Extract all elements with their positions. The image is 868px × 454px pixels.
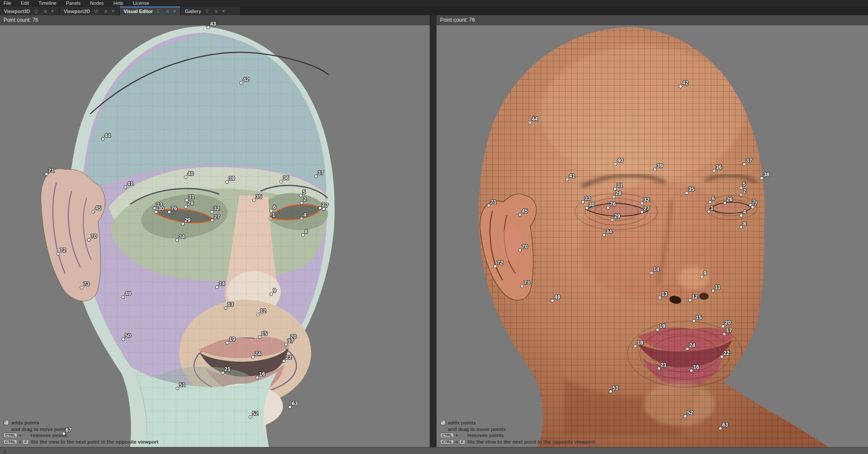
point-dot [566, 178, 569, 181]
point-label: 33 [585, 196, 591, 202]
point-label: 24 [255, 351, 261, 357]
help-overlay: adds points and drag to move points CTRL… [440, 420, 595, 445]
tab-visual-editor[interactable]: Visual EditorE≡× [120, 7, 180, 15]
point-dot [253, 199, 255, 202]
tab-menu-icon[interactable]: ≡ [166, 9, 169, 14]
point-dot [722, 325, 724, 328]
tab-gallery[interactable]: GalleryR≡× [181, 7, 240, 15]
point-dot [656, 328, 659, 331]
point-dot [216, 286, 218, 288]
point-dot [80, 286, 83, 289]
point-label: 44 [105, 133, 111, 139]
point-label: 19 [659, 323, 665, 329]
tab-close-icon[interactable]: × [51, 9, 54, 13]
point-label: 2 [743, 188, 746, 194]
point-label: 32 [214, 205, 220, 212]
point-label: 70 [91, 233, 97, 239]
point-dot [184, 205, 187, 208]
point-dot [176, 387, 179, 390]
point-label: 17 [726, 328, 732, 334]
point-label: 35 [256, 194, 262, 200]
point-label: 29 [614, 213, 620, 219]
tab-menu-icon[interactable]: ≡ [105, 9, 107, 14]
menu-item-nodes[interactable]: Nodes [85, 0, 109, 6]
help-remove-points: removes points [30, 433, 67, 438]
point-dot [693, 320, 695, 322]
point-label: 21 [661, 362, 667, 368]
point-label: 34 [606, 229, 612, 235]
status-bar[interactable] [0, 447, 868, 454]
menu-item-help[interactable]: Help [108, 0, 128, 6]
point-dot [634, 345, 637, 348]
point-label: 12 [260, 308, 266, 314]
point-dot [240, 82, 243, 84]
point-label: 14 [219, 281, 225, 287]
point-dot [153, 207, 156, 209]
point-label: 41 [127, 181, 133, 187]
point-dot [92, 210, 95, 213]
point-dot [740, 193, 743, 196]
menu-item-timeline[interactable]: Timeline [34, 0, 61, 6]
point-dot [690, 369, 693, 372]
point-dot [700, 275, 703, 278]
point-label: 6 [712, 196, 715, 202]
point-dot [723, 333, 726, 335]
point-dot [221, 371, 224, 374]
point-dot [686, 348, 689, 350]
menu-item-file[interactable]: File [0, 0, 16, 6]
point-dot [256, 376, 259, 379]
point-dot [315, 175, 317, 178]
tab-label: Viewport2D [64, 9, 90, 14]
tab-viewport2d[interactable]: Viewport2DW≡× [60, 7, 119, 15]
tab-menu-icon[interactable]: ≡ [44, 9, 46, 14]
ctrl-key: CTRL [440, 433, 454, 438]
mouse-left-button-icon [3, 426, 9, 432]
point-dot [124, 186, 127, 189]
point-dot [650, 272, 653, 274]
menu-item-license[interactable]: License [128, 0, 154, 6]
point-label: 71 [48, 168, 54, 174]
viewport-left[interactable]: Point count: 76 [0, 15, 430, 447]
menu-item-edit[interactable]: Edit [16, 0, 34, 6]
point-dot [270, 293, 273, 295]
tab-shortcut: R [205, 9, 208, 14]
point-dot [641, 202, 643, 205]
point-dot [679, 85, 682, 88]
mouse-left-button-icon [459, 433, 465, 438]
point-label: 39 [657, 163, 663, 169]
help-fit-view: fits the view to the next point in the o… [31, 439, 158, 444]
viewport-right[interactable]: Point count: 76 [437, 15, 868, 447]
point-dot [740, 226, 743, 229]
point-label: 30 [158, 205, 164, 212]
tab-viewport3d[interactable]: Viewport3DQ≡× [0, 7, 59, 15]
tab-close-icon[interactable]: × [173, 9, 176, 13]
tab-shortcut: Q [34, 9, 38, 14]
point-label: 34 [179, 234, 185, 240]
help-drag-points: and drag to move points [448, 427, 506, 432]
point-label: 28 [615, 190, 621, 196]
point-dot [684, 415, 687, 418]
scene-left[interactable]: adds points and drag to move points CTRL… [0, 25, 430, 447]
point-label: 18 [637, 340, 643, 346]
tab-close-icon[interactable]: × [112, 9, 115, 13]
point-label: 28 [187, 200, 194, 206]
point-dot [494, 265, 496, 268]
point-label: 11 [715, 284, 720, 290]
f-key: F [459, 439, 465, 444]
point-label: 41 [569, 173, 575, 179]
point-dot [252, 356, 254, 358]
help-add-points: adds points [448, 420, 476, 425]
scene-right[interactable]: adds points and drag to move points CTRL… [437, 25, 868, 447]
point-dot [751, 206, 754, 209]
point-dot [226, 341, 229, 344]
point-dot [168, 211, 171, 213]
tab-close-icon[interactable]: × [222, 9, 225, 13]
resize-grip-icon[interactable] [3, 450, 6, 453]
menu-item-panels[interactable]: Panels [61, 0, 85, 6]
tab-menu-icon[interactable]: ≡ [215, 9, 217, 14]
point-label: 31 [188, 194, 194, 200]
point-dot [257, 313, 260, 316]
point-label: 40 [617, 157, 623, 163]
point-label: 24 [689, 342, 695, 348]
point-label: 45 [522, 208, 528, 214]
